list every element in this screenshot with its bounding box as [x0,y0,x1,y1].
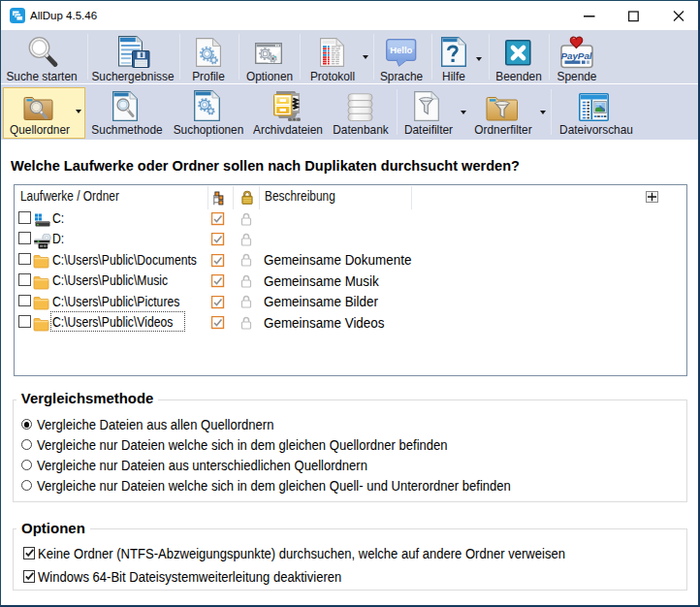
svg-text:Hello: Hello [390,45,412,55]
svg-text:PayPal: PayPal [560,50,591,61]
